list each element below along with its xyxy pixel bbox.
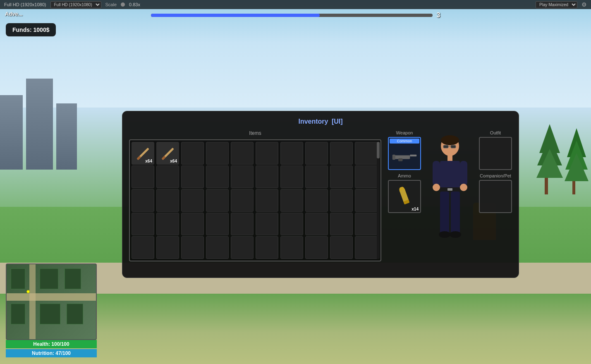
ammo-slot-group: Ammo x14 <box>388 173 421 213</box>
grid-cell-43[interactable] <box>206 236 229 259</box>
grid-cell-13[interactable] <box>206 165 229 188</box>
hud-right: Play Maximized ⚙ <box>536 1 587 8</box>
grid-cell-17[interactable] <box>305 165 328 188</box>
trees-right-2 <box>562 120 591 196</box>
settings-icon[interactable]: ⚙ <box>581 1 587 8</box>
scale-label: Scale <box>105 2 117 7</box>
outfit-slot[interactable] <box>479 137 512 170</box>
grid-cell-27[interactable] <box>305 189 328 212</box>
grid-cell-38[interactable] <box>330 213 353 235</box>
minimap-building-5 <box>40 304 60 324</box>
play-mode-dropdown[interactable]: Play Maximized <box>536 1 577 8</box>
grid-cell-22[interactable] <box>181 189 204 212</box>
grid-cell-1[interactable]: x64 <box>156 142 179 165</box>
grid-cell-45[interactable] <box>256 236 278 259</box>
grid-cell-28[interactable] <box>330 189 353 212</box>
minimap-inner <box>7 264 96 339</box>
grid-cell-19[interactable] <box>355 165 378 188</box>
right-slots: Outfit Companion/Pet <box>479 130 512 213</box>
companion-slot[interactable] <box>479 180 512 213</box>
item-count-1: x64 <box>170 159 177 163</box>
ammo-slot[interactable]: x14 <box>388 180 421 213</box>
grid-cell-3[interactable] <box>206 142 229 165</box>
weapon-slot-group: Weapon Common <box>388 130 421 170</box>
grid-cell-30[interactable] <box>132 213 154 235</box>
grid-cell-7[interactable] <box>305 142 328 165</box>
grid-cell-2[interactable] <box>181 142 204 165</box>
grid-cell-10[interactable] <box>132 165 154 188</box>
grid-cell-20[interactable] <box>132 189 154 212</box>
grid-cell-33[interactable] <box>206 213 229 235</box>
svg-rect-14 <box>443 145 448 148</box>
resolution-display: Full HD (1920x1080) <box>4 2 46 7</box>
grid-cell-23[interactable] <box>206 189 229 212</box>
health-bar: Health: 100/100 <box>6 340 97 348</box>
grid-cell-29[interactable] <box>355 189 378 212</box>
left-slots: Weapon Common Ammo <box>388 130 421 213</box>
grid-cell-31[interactable] <box>156 213 179 235</box>
minimap-building-1 <box>11 268 25 289</box>
funds-label: Funds: 1000$ <box>12 26 49 33</box>
building-3 <box>56 103 77 170</box>
nutrition-bar: Nutrition: 47/100 <box>6 349 97 357</box>
grid-cell-48[interactable] <box>330 236 353 259</box>
grid-cell-15[interactable] <box>256 165 278 188</box>
svg-rect-32 <box>410 155 416 156</box>
scrollbar-thumb <box>377 142 380 158</box>
grid-cell-47[interactable] <box>305 236 328 259</box>
inventory-content: Items x64 <box>129 130 512 271</box>
grid-cell-4[interactable] <box>231 142 254 165</box>
svg-point-29 <box>450 231 461 238</box>
grid-cell-46[interactable] <box>280 236 303 259</box>
grid-cell-24[interactable] <box>231 189 254 212</box>
outfit-slot-group: Outfit <box>479 130 512 170</box>
svg-rect-26 <box>440 192 449 233</box>
grid-scrollbar[interactable] <box>377 142 380 259</box>
grid-cell-34[interactable] <box>231 213 254 235</box>
weapon-label: Weapon <box>396 130 413 135</box>
svg-point-28 <box>439 231 450 238</box>
grid-cell-11[interactable] <box>156 165 179 188</box>
items-grid: x64 x64 <box>132 142 379 259</box>
grid-cell-12[interactable] <box>181 165 204 188</box>
scale-value: 0.83x <box>129 2 140 7</box>
grid-cell-44[interactable] <box>231 236 254 259</box>
status-bars: Health: 100/100 Nutrition: 47/100 <box>6 340 97 357</box>
resolution-dropdown[interactable]: Full HD (1920x1080) <box>50 1 101 8</box>
grid-cell-26[interactable] <box>280 189 303 212</box>
svg-rect-33 <box>398 158 403 161</box>
grid-cell-6[interactable] <box>280 142 303 165</box>
scale-circle <box>121 2 125 7</box>
funds-box: Funds: 1000$ <box>6 23 56 36</box>
grid-cell-41[interactable] <box>156 236 179 259</box>
companion-slot-group: Companion/Pet <box>479 173 512 213</box>
grid-cell-40[interactable] <box>132 236 154 259</box>
svg-point-25 <box>460 184 467 191</box>
grid-cell-25[interactable] <box>256 189 278 212</box>
grid-cell-32[interactable] <box>181 213 204 235</box>
items-label: Items <box>129 130 381 136</box>
grid-cell-21[interactable] <box>156 189 179 212</box>
svg-rect-22 <box>433 161 440 186</box>
grid-cell-9[interactable] <box>355 142 378 165</box>
grid-cell-35[interactable] <box>256 213 278 235</box>
grid-cell-16[interactable] <box>280 165 303 188</box>
grid-cell-36[interactable] <box>280 213 303 235</box>
minimap-building-3 <box>65 268 81 289</box>
grid-cell-0[interactable]: x64 <box>132 142 154 165</box>
xp-bar-background <box>151 14 433 17</box>
weapon-slot[interactable]: Common <box>388 137 421 170</box>
minimap-road-2 <box>29 264 36 339</box>
grid-cell-18[interactable] <box>330 165 353 188</box>
grid-cell-49[interactable] <box>355 236 378 259</box>
grid-cell-37[interactable] <box>305 213 328 235</box>
hud-left: Full HD (1920x1080) Full HD (1920x1080) … <box>4 1 140 8</box>
svg-rect-20 <box>447 188 452 191</box>
xp-bar-area: 3 <box>151 12 440 19</box>
grid-cell-42[interactable] <box>181 236 204 259</box>
grid-cell-39[interactable] <box>355 213 378 235</box>
svg-rect-31 <box>392 155 395 160</box>
grid-cell-8[interactable] <box>330 142 353 165</box>
grid-cell-14[interactable] <box>231 165 254 188</box>
grid-cell-5[interactable] <box>256 142 278 165</box>
